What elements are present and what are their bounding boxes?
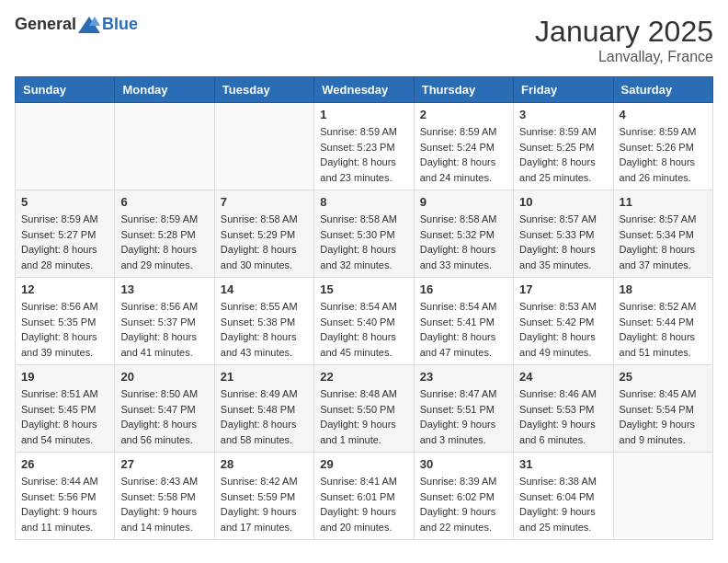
- logo: General Blue: [15, 15, 138, 34]
- calendar-day-cell: 8Sunrise: 8:58 AMSunset: 5:30 PMDaylight…: [314, 190, 414, 278]
- calendar-day-cell: 14Sunrise: 8:55 AMSunset: 5:38 PMDayligh…: [214, 278, 313, 365]
- day-info: Sunrise: 8:59 AMSunset: 5:26 PMDaylight:…: [620, 124, 707, 185]
- day-of-week-header: Tuesday: [214, 77, 313, 103]
- day-number: 28: [221, 457, 308, 471]
- day-info: Sunrise: 8:59 AMSunset: 5:27 PMDaylight:…: [21, 212, 108, 272]
- calendar-day-cell: 24Sunrise: 8:46 AMSunset: 5:53 PMDayligh…: [514, 365, 613, 453]
- day-number: 20: [120, 370, 208, 384]
- day-number: 24: [519, 370, 607, 384]
- day-number: 25: [620, 370, 707, 384]
- calendar-day-cell: 9Sunrise: 8:58 AMSunset: 5:32 PMDaylight…: [414, 190, 513, 278]
- calendar-header-row: SundayMondayTuesdayWednesdayThursdayFrid…: [16, 77, 713, 103]
- day-info: Sunrise: 8:57 AMSunset: 5:34 PMDaylight:…: [620, 212, 707, 272]
- day-info: Sunrise: 8:59 AMSunset: 5:28 PMDaylight:…: [120, 212, 208, 272]
- day-number: 17: [519, 282, 607, 296]
- page-header: General Blue January 2025 Lanvallay, Fra…: [15, 15, 713, 65]
- day-number: 7: [221, 195, 308, 209]
- day-number: 15: [320, 282, 407, 296]
- day-info: Sunrise: 8:52 AMSunset: 5:44 PMDaylight:…: [620, 299, 707, 360]
- day-info: Sunrise: 8:59 AMSunset: 5:23 PMDaylight:…: [320, 124, 407, 185]
- day-number: 10: [519, 195, 607, 209]
- calendar-week-row: 12Sunrise: 8:56 AMSunset: 5:35 PMDayligh…: [16, 278, 713, 365]
- calendar-day-cell: 2Sunrise: 8:59 AMSunset: 5:24 PMDaylight…: [414, 103, 513, 190]
- day-number: 2: [420, 108, 507, 121]
- day-info: Sunrise: 8:50 AMSunset: 5:47 PMDaylight:…: [120, 386, 208, 447]
- day-number: 19: [21, 370, 108, 384]
- calendar-day-cell: 30Sunrise: 8:39 AMSunset: 6:02 PMDayligh…: [414, 453, 513, 540]
- logo-icon: [78, 17, 100, 33]
- day-info: Sunrise: 8:58 AMSunset: 5:30 PMDaylight:…: [320, 212, 407, 272]
- month-title: January 2025: [535, 15, 713, 49]
- day-info: Sunrise: 8:51 AMSunset: 5:45 PMDaylight:…: [21, 386, 108, 447]
- calendar-day-cell: 27Sunrise: 8:43 AMSunset: 5:58 PMDayligh…: [115, 453, 214, 540]
- day-number: 13: [120, 282, 208, 296]
- calendar-day-cell: [115, 103, 214, 190]
- day-number: 6: [120, 195, 208, 209]
- calendar-day-cell: 21Sunrise: 8:49 AMSunset: 5:48 PMDayligh…: [214, 365, 313, 453]
- day-info: Sunrise: 8:54 AMSunset: 5:41 PMDaylight:…: [420, 299, 507, 360]
- title-block: January 2025 Lanvallay, France: [535, 15, 713, 65]
- calendar-day-cell: 31Sunrise: 8:38 AMSunset: 6:04 PMDayligh…: [514, 453, 613, 540]
- day-number: 11: [620, 195, 707, 209]
- logo-general: General: [15, 15, 76, 34]
- calendar-day-cell: 7Sunrise: 8:58 AMSunset: 5:29 PMDaylight…: [214, 190, 313, 278]
- day-of-week-header: Thursday: [414, 77, 513, 103]
- day-number: 3: [519, 108, 607, 121]
- day-number: 12: [21, 282, 108, 296]
- day-info: Sunrise: 8:49 AMSunset: 5:48 PMDaylight:…: [221, 386, 308, 447]
- day-info: Sunrise: 8:46 AMSunset: 5:53 PMDaylight:…: [519, 386, 607, 447]
- calendar-day-cell: 4Sunrise: 8:59 AMSunset: 5:26 PMDaylight…: [613, 103, 712, 190]
- calendar-table: SundayMondayTuesdayWednesdayThursdayFrid…: [15, 76, 713, 540]
- calendar-week-row: 5Sunrise: 8:59 AMSunset: 5:27 PMDaylight…: [16, 190, 713, 278]
- day-number: 14: [221, 282, 308, 296]
- logo-blue: Blue: [102, 15, 138, 34]
- calendar-day-cell: 23Sunrise: 8:47 AMSunset: 5:51 PMDayligh…: [414, 365, 513, 453]
- calendar-day-cell: 13Sunrise: 8:56 AMSunset: 5:37 PMDayligh…: [115, 278, 214, 365]
- day-info: Sunrise: 8:45 AMSunset: 5:54 PMDaylight:…: [620, 386, 707, 447]
- calendar-day-cell: 3Sunrise: 8:59 AMSunset: 5:25 PMDaylight…: [514, 103, 613, 190]
- day-number: 9: [420, 195, 507, 209]
- day-number: 22: [320, 370, 407, 384]
- calendar-day-cell: 28Sunrise: 8:42 AMSunset: 5:59 PMDayligh…: [214, 453, 313, 540]
- day-info: Sunrise: 8:42 AMSunset: 5:59 PMDaylight:…: [221, 474, 308, 534]
- calendar-day-cell: 10Sunrise: 8:57 AMSunset: 5:33 PMDayligh…: [514, 190, 613, 278]
- calendar-day-cell: 1Sunrise: 8:59 AMSunset: 5:23 PMDaylight…: [314, 103, 414, 190]
- calendar-week-row: 26Sunrise: 8:44 AMSunset: 5:56 PMDayligh…: [16, 453, 713, 540]
- day-info: Sunrise: 8:58 AMSunset: 5:32 PMDaylight:…: [420, 212, 507, 272]
- calendar-day-cell: 25Sunrise: 8:45 AMSunset: 5:54 PMDayligh…: [613, 365, 712, 453]
- day-number: 8: [320, 195, 407, 209]
- day-info: Sunrise: 8:44 AMSunset: 5:56 PMDaylight:…: [21, 474, 108, 534]
- day-number: 26: [21, 457, 108, 471]
- calendar-day-cell: 20Sunrise: 8:50 AMSunset: 5:47 PMDayligh…: [115, 365, 214, 453]
- day-info: Sunrise: 8:57 AMSunset: 5:33 PMDaylight:…: [519, 212, 607, 272]
- day-info: Sunrise: 8:56 AMSunset: 5:35 PMDaylight:…: [21, 299, 108, 360]
- day-number: 21: [221, 370, 308, 384]
- calendar-day-cell: 19Sunrise: 8:51 AMSunset: 5:45 PMDayligh…: [16, 365, 115, 453]
- calendar-day-cell: [214, 103, 313, 190]
- day-info: Sunrise: 8:41 AMSunset: 6:01 PMDaylight:…: [320, 474, 407, 534]
- day-number: 16: [420, 282, 507, 296]
- day-info: Sunrise: 8:39 AMSunset: 6:02 PMDaylight:…: [420, 474, 507, 534]
- day-number: 23: [420, 370, 507, 384]
- location-title: Lanvallay, France: [535, 49, 713, 65]
- calendar-week-row: 19Sunrise: 8:51 AMSunset: 5:45 PMDayligh…: [16, 365, 713, 453]
- day-number: 4: [620, 108, 707, 121]
- calendar-day-cell: 12Sunrise: 8:56 AMSunset: 5:35 PMDayligh…: [16, 278, 115, 365]
- day-info: Sunrise: 8:59 AMSunset: 5:24 PMDaylight:…: [420, 124, 507, 185]
- day-of-week-header: Sunday: [16, 77, 115, 103]
- day-number: 5: [21, 195, 108, 209]
- calendar-day-cell: [613, 453, 712, 540]
- day-of-week-header: Wednesday: [314, 77, 414, 103]
- calendar-day-cell: 17Sunrise: 8:53 AMSunset: 5:42 PMDayligh…: [514, 278, 613, 365]
- day-info: Sunrise: 8:48 AMSunset: 5:50 PMDaylight:…: [320, 386, 407, 447]
- calendar-day-cell: 6Sunrise: 8:59 AMSunset: 5:28 PMDaylight…: [115, 190, 214, 278]
- day-info: Sunrise: 8:43 AMSunset: 5:58 PMDaylight:…: [120, 474, 208, 534]
- calendar-week-row: 1Sunrise: 8:59 AMSunset: 5:23 PMDaylight…: [16, 103, 713, 190]
- day-number: 27: [120, 457, 208, 471]
- day-info: Sunrise: 8:59 AMSunset: 5:25 PMDaylight:…: [519, 124, 607, 185]
- calendar-day-cell: 29Sunrise: 8:41 AMSunset: 6:01 PMDayligh…: [314, 453, 414, 540]
- day-info: Sunrise: 8:58 AMSunset: 5:29 PMDaylight:…: [221, 212, 308, 272]
- day-of-week-header: Monday: [115, 77, 214, 103]
- day-number: 18: [620, 282, 707, 296]
- day-number: 31: [519, 457, 607, 471]
